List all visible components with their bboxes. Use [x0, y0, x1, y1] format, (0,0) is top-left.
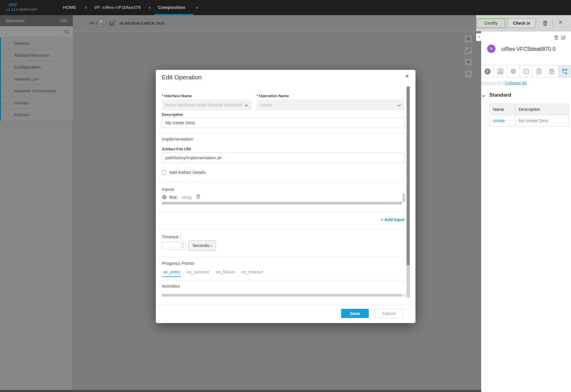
lifecycle-status-label: IN DESIGN CHECK OUT [120, 21, 164, 26]
tab-on-failure[interactable]: on_failure [215, 270, 236, 277]
breadcrumb-home[interactable]: HOME [63, 5, 76, 10]
tab-properties[interactable] [520, 65, 533, 77]
interface-section-title: Standard [489, 92, 511, 98]
chevron-down-icon [6, 101, 9, 104]
input-type-label: string [181, 195, 192, 200]
description-input[interactable] [162, 117, 404, 128]
operations-table: Name Description create My create Desc [489, 104, 569, 127]
collapse-all-link[interactable]: Collapse All [505, 81, 526, 85]
tab-composition[interactable] [494, 65, 507, 77]
artifact-uri-input[interactable] [162, 152, 404, 163]
fit-to-screen-button[interactable] [464, 47, 473, 55]
breadcrumb-composition[interactable]: Composition [158, 5, 185, 10]
tab-on-success[interactable]: on_success [186, 270, 210, 277]
elements-search-input[interactable] [0, 26, 73, 37]
panel-collapse-button[interactable] [476, 33, 481, 41]
description-label: Description [162, 112, 183, 117]
version-dropdown[interactable] [99, 19, 103, 26]
timeout-label: Timeout : [162, 234, 181, 240]
add-input-link[interactable]: + Add Input [381, 217, 404, 222]
tab-operations[interactable] [559, 65, 571, 77]
tab-on-entry[interactable]: on_entry [162, 270, 181, 277]
inputs-vertical-scrollbar[interactable] [402, 193, 405, 202]
checkin-button[interactable]: Check in [508, 18, 536, 28]
app-header: SDC v.1.14.5-SNAPSHOT HOME VF: ciRes-VF1… [0, 0, 571, 15]
tab-information[interactable]: i [481, 65, 494, 77]
chevron-down-icon [6, 41, 9, 44]
close-icon[interactable]: ✕ [405, 73, 409, 79]
elements-header: Elements 120 [0, 15, 73, 26]
tab-on-timeout[interactable]: on_timeout [241, 270, 264, 277]
breadcrumb-arrow-icon [85, 6, 87, 9]
artifact-uri-label: Artifact File URI [162, 147, 191, 151]
tab-deployment[interactable] [545, 65, 558, 77]
modal-scrollbar-thumb[interactable] [407, 86, 410, 265]
add-artifact-checkbox[interactable] [162, 170, 166, 175]
save-button[interactable]: Save [341, 309, 369, 318]
delete-input-icon[interactable] [196, 194, 200, 200]
sidebar-item-groups[interactable]: Groups [0, 97, 73, 109]
sidebar-item-network-connectivity[interactable]: Network Connectivity [0, 85, 73, 97]
number-spinner[interactable] [180, 242, 185, 249]
operation-name-link[interactable]: create [493, 118, 505, 123]
active-tab-underline [154, 14, 194, 15]
elements-sidebar: Elements 120 Generic Allotted Resource C… [0, 15, 73, 390]
elements-title: Elements [6, 18, 25, 23]
operation-name-label: *Operation Name [257, 94, 289, 98]
expand-input-icon[interactable]: + [162, 195, 167, 199]
composition-icon [497, 68, 503, 75]
close-workspace-icon[interactable]: ✕ [559, 19, 563, 26]
zoom-out-button[interactable]: − [464, 70, 473, 78]
expand-all-link[interactable]: Expand All [481, 81, 501, 85]
expand-collapse-controls: Expand All|Collapse All [481, 81, 526, 85]
operation-name-select[interactable]: create [257, 100, 404, 111]
scrollbar-corner [402, 294, 406, 297]
implementation-section-label: Implementation [162, 136, 193, 142]
inputs-section-label: Inputs [162, 187, 174, 192]
modal-scrollbar-track[interactable] [407, 86, 410, 298]
certify-button[interactable]: Certify [477, 18, 505, 28]
sidebar-item-allotted-resource[interactable]: Allotted Resource [0, 49, 73, 61]
sidebar-item-configuration[interactable]: Configuration [0, 61, 73, 73]
delete-component-icon[interactable] [554, 35, 559, 41]
delete-icon[interactable] [542, 20, 548, 28]
canvas-search-button[interactable] [464, 35, 473, 43]
sdc-logo[interactable]: SDC [9, 2, 18, 7]
tab-artifacts[interactable] [533, 65, 545, 77]
edit-component-icon[interactable] [561, 35, 566, 41]
chevron-down-icon [6, 113, 9, 116]
component-details-panel: R ciRes-VFC5bba6870 0 i Expan [481, 31, 571, 392]
chevron-down-icon [244, 103, 248, 106]
expand-icon [466, 48, 471, 53]
activities-horizontal-scrollbar[interactable] [162, 294, 402, 297]
component-avatar: R [487, 45, 495, 53]
chevron-down-icon [210, 244, 213, 247]
activities-section-label: Activities [162, 284, 180, 289]
timeout-value-field[interactable] [162, 242, 180, 249]
chevron-down-icon[interactable] [482, 94, 485, 97]
version-label: V0.1 [89, 21, 98, 25]
sidebar-item-generic[interactable]: Generic [0, 37, 73, 49]
edit-operation-modal: Edit Operation ✕ *Interface Name *Operat… [156, 70, 415, 323]
breadcrumb-vf[interactable]: VF: ciRes-VF1bfae378 [94, 5, 141, 10]
spinner-down-icon[interactable] [182, 245, 184, 248]
inputs-horizontal-scrollbar[interactable] [162, 202, 402, 204]
chevron-down-icon [6, 77, 9, 80]
zoom-in-button[interactable]: + [464, 58, 473, 67]
operation-input-row: + first: string [162, 194, 200, 200]
clipboard-icon [536, 68, 542, 75]
timeout-number-input[interactable] [162, 242, 186, 250]
breadcrumb-arrow-icon [149, 6, 151, 9]
interface-name-label: *Interface Name [162, 94, 192, 98]
sidebar-item-policies[interactable]: Policies [0, 109, 73, 121]
interface-name-select[interactable]: tosca.interfaces.node.lifecycle.Standard [162, 100, 252, 111]
cancel-button[interactable]: Cancel [375, 309, 404, 318]
square-info-icon [523, 68, 529, 74]
add-artifact-label: Add Artifact Details [169, 170, 206, 175]
toolbar-divider [106, 18, 106, 28]
app-version-label: v.1.14.5-SNAPSHOT [6, 8, 38, 11]
tab-settings[interactable] [507, 65, 520, 77]
sidebar-item-network-l4[interactable]: Network L4+ [0, 73, 73, 85]
operation-description-cell: My create Desc [519, 118, 549, 123]
timeout-unit-select[interactable]: Seconds [188, 240, 216, 251]
